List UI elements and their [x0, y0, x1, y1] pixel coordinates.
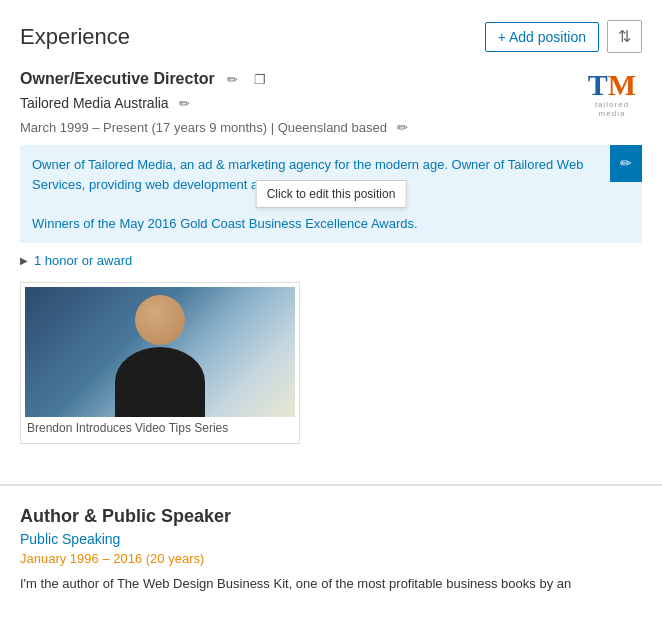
- description-2: I'm the author of The Web Design Busines…: [20, 574, 642, 594]
- logo-sub: tailoredmedia: [595, 100, 629, 118]
- edit-company-button[interactable]: [175, 93, 194, 113]
- position-info-1: Owner/Executive Director Tailored Media …: [20, 69, 572, 145]
- section-title: Experience: [20, 24, 130, 50]
- add-position-button[interactable]: + Add position: [485, 22, 599, 52]
- pencil-desc-icon: ✏: [620, 155, 632, 171]
- person-body: [115, 347, 205, 417]
- description-line1: Owner of Tailored Media, an ad & marketi…: [32, 155, 630, 175]
- edit-title-button[interactable]: [223, 69, 242, 89]
- edit-description-button[interactable]: ✏: [610, 145, 642, 182]
- reorder-button[interactable]: ⇅: [607, 20, 642, 53]
- pencil-company-icon: [179, 95, 190, 111]
- media-caption: Brendon Introduces Video Tips Series: [25, 417, 295, 439]
- media-container: Brendon Introduces Video Tips Series: [20, 282, 300, 444]
- position-title-2: Author & Public Speaker: [20, 506, 642, 527]
- company-name-2: Public Speaking: [20, 531, 642, 547]
- copy-button[interactable]: [250, 69, 270, 89]
- experience-section: Experience + Add position ⇅ Owner/Execut…: [0, 0, 662, 485]
- position-dates-1: March 1999 – Present (17 years 9 months)…: [20, 120, 387, 135]
- logo-main: TM: [588, 70, 636, 100]
- pencil-dates-icon: [397, 119, 408, 135]
- page-container: Experience + Add position ⇅ Owner/Execut…: [0, 0, 662, 604]
- pencil-icon: [227, 71, 238, 87]
- position-description-1[interactable]: Owner of Tailored Media, an ad & marketi…: [20, 145, 642, 243]
- company-row-1: Tailored Media Australia: [20, 93, 572, 113]
- media-image: [25, 287, 295, 417]
- position-title-1: Owner/Executive Director: [20, 70, 215, 88]
- second-position: Author & Public Speaker Public Speaking …: [0, 486, 662, 604]
- reorder-icon: ⇅: [618, 28, 631, 45]
- section-header: Experience + Add position ⇅: [20, 20, 642, 53]
- section-actions: + Add position ⇅: [485, 20, 642, 53]
- description-line3: Winners of the May 2016 Gold Coast Busin…: [32, 214, 630, 234]
- honor-label: 1 honor or award: [34, 253, 132, 268]
- person-head: [135, 295, 185, 345]
- position-title-row: Owner/Executive Director: [20, 69, 572, 89]
- edit-dates-button[interactable]: [393, 117, 412, 137]
- company-logo: TM tailoredmedia: [582, 69, 642, 119]
- position-header-1: Owner/Executive Director Tailored Media …: [20, 69, 642, 145]
- edit-tooltip: Click to edit this position: [256, 180, 407, 208]
- honor-arrow-icon: ▶: [20, 255, 28, 266]
- company-name-1: Tailored Media Australia: [20, 95, 169, 111]
- date-row-1: March 1999 – Present (17 years 9 months)…: [20, 117, 572, 137]
- date-row-2: January 1996 – 2016 (20 years): [20, 551, 642, 566]
- honor-row[interactable]: ▶ 1 honor or award: [20, 253, 642, 268]
- position-card-1: Owner/Executive Director Tailored Media …: [20, 69, 642, 458]
- copy-icon: [254, 71, 266, 87]
